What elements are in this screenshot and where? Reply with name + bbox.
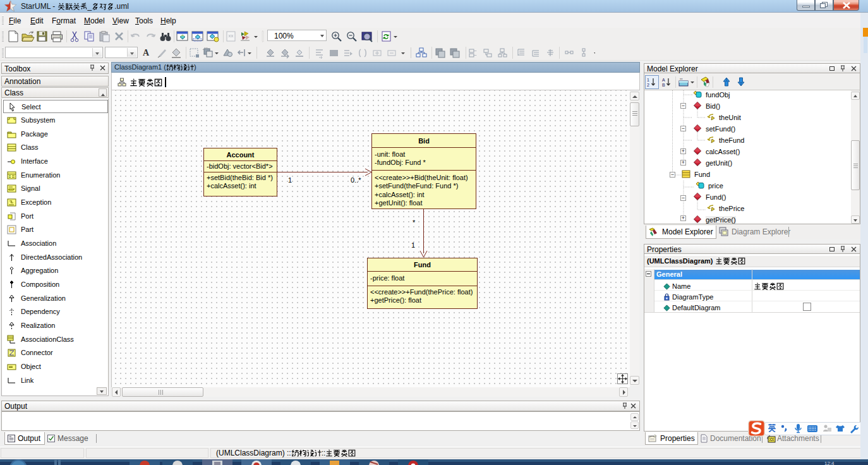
svg-text:1: 1 — [288, 176, 292, 184]
svg-text:2: 2 — [647, 83, 649, 87]
svg-text:A: A — [143, 48, 150, 57]
svg-text:A: A — [662, 78, 665, 82]
svg-text:*: * — [413, 219, 416, 226]
svg-text:12:4: 12:4 — [824, 461, 835, 465]
svg-text:0..*: 0..* — [351, 176, 361, 184]
svg-text:B: B — [662, 83, 665, 87]
svg-text:1: 1 — [647, 78, 649, 82]
svg-text:1: 1 — [411, 241, 415, 249]
